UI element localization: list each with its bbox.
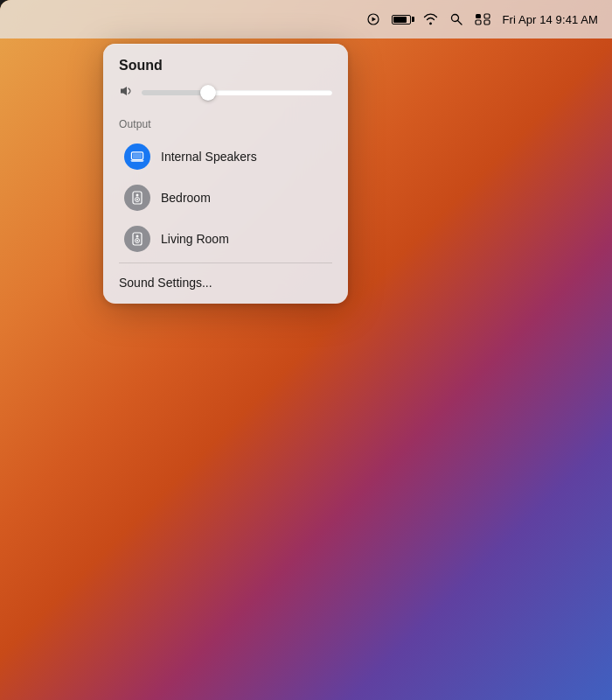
- svg-point-17: [136, 240, 138, 242]
- internal-speakers-name: Internal Speakers: [161, 150, 257, 164]
- search-icon[interactable]: [450, 13, 462, 25]
- menubar-clock: Fri Apr 14 9:41 AM: [503, 13, 598, 26]
- panel-title: Sound: [103, 58, 348, 82]
- svg-point-13: [136, 199, 138, 200]
- svg-rect-6: [476, 20, 481, 24]
- internal-speakers-icon: [124, 144, 150, 170]
- device-item-internal-speakers[interactable]: Internal Speakers: [108, 136, 343, 177]
- svg-point-11: [136, 194, 139, 197]
- svg-rect-7: [484, 20, 490, 24]
- menubar-right: Fri Apr 14 9:41 AM: [367, 13, 598, 26]
- control-center-icon[interactable]: [475, 13, 490, 25]
- sound-settings-link[interactable]: Sound Settings...: [103, 267, 348, 298]
- play-icon[interactable]: [367, 13, 379, 25]
- divider: [119, 262, 332, 263]
- living-room-icon: [124, 226, 150, 252]
- slider-fill: [142, 90, 208, 95]
- slider-thumb[interactable]: [200, 85, 216, 101]
- svg-rect-5: [484, 14, 490, 18]
- svg-marker-1: [372, 18, 376, 22]
- svg-rect-9: [133, 153, 142, 158]
- svg-point-15: [136, 235, 139, 238]
- volume-slider[interactable]: [142, 90, 332, 95]
- device-item-bedroom[interactable]: Bedroom: [108, 178, 343, 218]
- volume-row: [103, 82, 348, 113]
- output-label: Output: [103, 113, 348, 136]
- svg-rect-4: [476, 14, 481, 18]
- battery-icon[interactable]: [392, 15, 411, 24]
- bedroom-icon: [124, 185, 150, 211]
- volume-icon: [119, 84, 135, 101]
- svg-line-3: [457, 21, 462, 25]
- living-room-name: Living Room: [161, 232, 229, 246]
- menubar: Fri Apr 14 9:41 AM: [0, 0, 612, 38]
- bedroom-name: Bedroom: [161, 191, 211, 205]
- wifi-icon[interactable]: [423, 13, 438, 25]
- sound-panel: Sound Output Internal Speakers: [103, 44, 348, 304]
- device-item-living-room[interactable]: Living Room: [108, 219, 343, 259]
